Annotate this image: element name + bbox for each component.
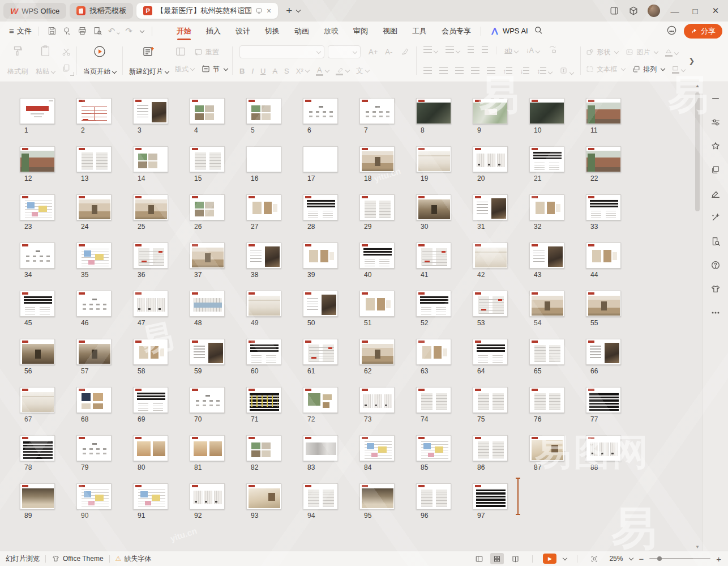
slide-thumbnail[interactable] — [246, 242, 281, 269]
spacing-increase-button[interactable]: ↑ — [503, 67, 512, 75]
increase-font-button[interactable]: A+ — [369, 48, 378, 56]
slide-thumbnail[interactable] — [303, 242, 338, 269]
slide-thumbnail[interactable] — [190, 146, 225, 172]
slide-thumbnail[interactable] — [246, 98, 281, 124]
new-slide-button[interactable]: 新建幻灯片 — [125, 43, 173, 78]
slide-thumbnail[interactable] — [529, 98, 564, 124]
slide-thumbnail[interactable] — [529, 194, 564, 220]
slide-thumbnail[interactable] — [359, 242, 395, 269]
service-icon[interactable] — [666, 25, 677, 37]
slide-thumbnail[interactable] — [20, 242, 55, 269]
numbered-list-button[interactable] — [446, 46, 460, 54]
slide-thumbnail[interactable] — [190, 387, 225, 413]
switch-window-icon[interactable] — [710, 165, 721, 175]
document-tab[interactable]: WWPS Office — [3, 3, 66, 19]
slide-thumbnail[interactable] — [303, 387, 338, 413]
slide-thumbnail[interactable] — [416, 435, 451, 461]
theme-button[interactable]: Office Theme — [52, 555, 104, 563]
align-right-button[interactable] — [455, 67, 464, 75]
layout-icon[interactable] — [175, 46, 186, 58]
superscript-button[interactable]: X² — [296, 67, 309, 75]
close-window-button[interactable]: ✕ — [710, 6, 721, 16]
slide-sorter-view-button[interactable] — [490, 553, 504, 564]
menu-item-开始[interactable]: 开始 — [170, 23, 198, 39]
slide-thumbnail[interactable] — [416, 242, 451, 269]
minimize-button[interactable]: — — [669, 6, 680, 16]
document-tab[interactable]: P【最新医疗】杭州英慈科谊国× — [136, 3, 278, 19]
slide-thumbnail[interactable] — [76, 435, 112, 461]
slide-thumbnail[interactable] — [76, 146, 112, 172]
slide-thumbnail[interactable] — [586, 291, 621, 317]
zoom-slider[interactable] — [649, 558, 710, 559]
zoom-value[interactable]: 25% — [606, 555, 623, 563]
bullet-list-button[interactable] — [423, 46, 438, 54]
slide-thumbnail[interactable] — [473, 435, 508, 461]
smartart-convert-button[interactable] — [547, 45, 557, 56]
slide-thumbnail[interactable] — [246, 435, 281, 461]
doc-finder-icon[interactable] — [710, 236, 721, 246]
slide-thumbnail[interactable] — [133, 291, 168, 317]
slide-thumbnail[interactable] — [76, 98, 112, 124]
fit-window-button[interactable] — [588, 553, 601, 564]
qat-chevron-icon[interactable] — [140, 28, 144, 32]
slide-thumbnail[interactable] — [20, 98, 55, 124]
menu-item-放映[interactable]: 放映 — [318, 23, 345, 39]
section-button[interactable]: 节 — [201, 65, 228, 74]
align-left-button[interactable] — [423, 67, 432, 75]
slide-thumbnail[interactable] — [76, 387, 112, 413]
slide-thumbnail[interactable] — [76, 242, 112, 269]
tab-list-chevron-icon[interactable] — [296, 8, 301, 12]
slide-thumbnail[interactable] — [529, 146, 564, 172]
slide-thumbnail[interactable] — [303, 146, 338, 172]
zoom-in-button[interactable]: + — [715, 554, 722, 564]
presentation-monitor-icon[interactable] — [255, 7, 263, 14]
reading-view-button[interactable] — [508, 553, 522, 564]
normal-view-button[interactable] — [472, 553, 486, 564]
slide-thumbnail[interactable] — [586, 339, 621, 365]
slide-thumbnail[interactable] — [133, 387, 168, 413]
slide-thumbnail[interactable] — [586, 98, 621, 124]
slide-thumbnail[interactable] — [190, 194, 225, 220]
slide-thumbnail[interactable] — [246, 387, 281, 413]
slide-thumbnail[interactable] — [529, 387, 564, 413]
font-size-select[interactable] — [328, 45, 361, 58]
slide-thumbnail[interactable] — [76, 291, 112, 317]
slide-thumbnail[interactable] — [473, 146, 508, 172]
output-button[interactable] — [62, 26, 72, 36]
picture-button[interactable]: 图片 — [625, 48, 658, 57]
slideshow-play-button[interactable]: ▶ — [543, 554, 556, 564]
slide-thumbnail[interactable] — [416, 339, 451, 365]
italic-button[interactable]: I — [251, 67, 254, 75]
paste-button[interactable]: 粘贴 — [32, 43, 59, 78]
zoom-slider-knob[interactable] — [657, 556, 662, 561]
play-options-chevron[interactable] — [563, 556, 567, 560]
clipboard-dialog-launcher[interactable] — [70, 72, 74, 76]
slide-thumbnail[interactable] — [133, 339, 168, 365]
slide-thumbnail[interactable] — [246, 146, 281, 172]
strikethrough-button[interactable]: S — [284, 67, 289, 75]
menu-item-插入[interactable]: 插入 — [200, 23, 227, 39]
scroll-down-arrow[interactable]: ▼ — [694, 544, 701, 550]
slide-thumbnail[interactable] — [76, 483, 112, 509]
shapes-button[interactable]: 形状 — [585, 48, 618, 57]
slide-thumbnail[interactable] — [20, 387, 55, 413]
slide-thumbnail[interactable] — [246, 194, 281, 220]
play-from-current-button[interactable]: 当页开始 — [79, 43, 120, 78]
menu-item-切换[interactable]: 切换 — [259, 23, 286, 39]
slide-thumbnail[interactable] — [20, 339, 55, 365]
menu-item-审阅[interactable]: 审阅 — [347, 23, 374, 39]
print-button[interactable] — [78, 26, 87, 36]
pinyin-button[interactable]: 文 — [356, 66, 369, 76]
clear-format-button[interactable] — [400, 47, 409, 57]
slide-thumbnail[interactable] — [473, 98, 508, 124]
device-sync-icon[interactable] — [609, 6, 619, 16]
font-color-button[interactable]: A — [316, 66, 329, 76]
missing-fonts-button[interactable]: ⚠ 缺失字体 — [115, 554, 152, 564]
slide-thumbnail[interactable] — [416, 146, 451, 172]
zoom-chevron[interactable] — [629, 556, 633, 560]
file-menu-button[interactable]: ≡ 文件 — [6, 26, 35, 36]
textbox-button[interactable]: 文本框 — [585, 65, 625, 74]
slide-thumbnail[interactable] — [303, 483, 338, 509]
slide-thumbnail[interactable] — [359, 194, 395, 220]
slide-thumbnail[interactable] — [529, 242, 564, 269]
